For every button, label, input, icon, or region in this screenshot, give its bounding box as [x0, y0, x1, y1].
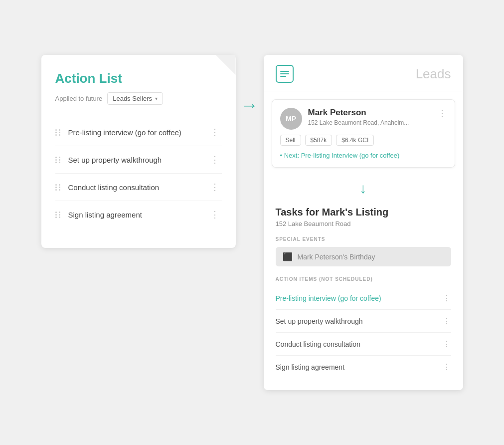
list-item: Set up property walkthrough ⋮	[55, 146, 222, 174]
tag-sell: Sell	[280, 135, 301, 146]
drag-handle-icon	[55, 212, 61, 218]
applied-label: Applied to future	[55, 95, 103, 102]
action-list-title: Action List	[55, 71, 222, 86]
special-events-label: SPECIAL EVENTS	[276, 236, 451, 242]
task-more-icon[interactable]: ⋮	[443, 362, 451, 372]
list-item: Sign listing agreement ⋮	[55, 201, 222, 228]
task-label: Conduct listing consultation	[276, 340, 360, 348]
task-item: Set up property walkthrough ⋮	[276, 310, 451, 333]
tasks-section: Tasks for Mark's Listing 152 Lake Beaumo…	[264, 197, 463, 390]
leads-header: Leads	[264, 55, 463, 91]
birthday-icon: ⬛	[283, 252, 293, 261]
contact-address: 152 Lake Beaumont Road, Anaheim...	[308, 119, 409, 126]
avatar: MP	[280, 108, 302, 130]
action-item-label: Sign listing agreement	[68, 211, 142, 219]
list-item: Conduct listing consultation ⋮	[55, 174, 222, 201]
arrow-right-container: →	[236, 55, 264, 116]
task-more-icon[interactable]: ⋮	[443, 293, 451, 303]
contact-card: MP Mark Peterson 152 Lake Beaumont Road,…	[272, 99, 455, 168]
action-items-label: ACTION ITEMS (NOT SCHEDULED)	[276, 276, 451, 282]
contact-more-icon[interactable]: ⋮	[438, 108, 447, 119]
task-items-list: Pre-listing interview (go for coffee) ⋮ …	[276, 287, 451, 378]
action-item-label: Conduct listing consultation	[68, 183, 160, 192]
chevron-down-icon: ▾	[155, 96, 158, 101]
task-label: Set up property walkthrough	[276, 317, 363, 325]
task-more-icon[interactable]: ⋮	[443, 339, 451, 349]
task-item: Conduct listing consultation ⋮	[276, 333, 451, 356]
task-more-icon[interactable]: ⋮	[443, 316, 451, 326]
action-item-label: Set up property walkthrough	[68, 156, 162, 164]
birthday-label: Mark Peterson's Birthday	[298, 253, 375, 261]
more-options-icon[interactable]: ⋮	[208, 153, 222, 166]
more-options-icon[interactable]: ⋮	[208, 208, 222, 221]
tasks-title: Tasks for Mark's Listing	[276, 207, 451, 218]
right-card: Leads MP Mark Peterson 152 Lake Beaumont…	[264, 55, 463, 390]
task-label: Sign listing agreement	[276, 363, 345, 371]
drag-handle-icon	[55, 184, 61, 191]
contact-name: Mark Peterson	[308, 108, 409, 118]
down-arrow-container: ↓	[264, 176, 463, 197]
leads-sellers-dropdown[interactable]: Leads Sellers ▾	[107, 92, 163, 105]
tag-price: $587k	[305, 135, 333, 146]
task-item: Pre-listing interview (go for coffee) ⋮	[276, 287, 451, 310]
more-options-icon[interactable]: ⋮	[208, 126, 222, 139]
task-item: Sign listing agreement ⋮	[276, 356, 451, 378]
dropdown-value: Leads Sellers	[113, 95, 152, 102]
action-item-label: Pre-listing interview (go for coffee)	[68, 128, 181, 137]
leads-title: Leads	[416, 66, 451, 82]
list-item: Pre-listing interview (go for coffee) ⋮	[55, 119, 222, 146]
arrow-down-icon: ↓	[360, 181, 367, 197]
birthday-event: ⬛ Mark Peterson's Birthday	[276, 247, 451, 266]
more-options-icon[interactable]: ⋮	[208, 181, 222, 194]
task-label: Pre-listing interview (go for coffee)	[276, 294, 381, 302]
tag-gci: $6.4k GCI	[336, 135, 374, 146]
drag-handle-icon	[55, 157, 61, 163]
contact-tags: Sell $587k $6.4k GCI	[280, 135, 447, 146]
action-items-list: Pre-listing interview (go for coffee) ⋮ …	[55, 119, 222, 228]
applied-row: Applied to future Leads Sellers ▾	[55, 92, 222, 105]
arrow-right-icon: →	[241, 95, 259, 116]
action-list-card: Action List Applied to future Leads Sell…	[41, 55, 236, 248]
list-icon	[276, 65, 294, 83]
drag-handle-icon	[55, 129, 61, 136]
tasks-address: 152 Lake Beaumont Road	[276, 220, 451, 227]
next-action: Next: Pre-listing Interview (go for coff…	[280, 152, 447, 159]
